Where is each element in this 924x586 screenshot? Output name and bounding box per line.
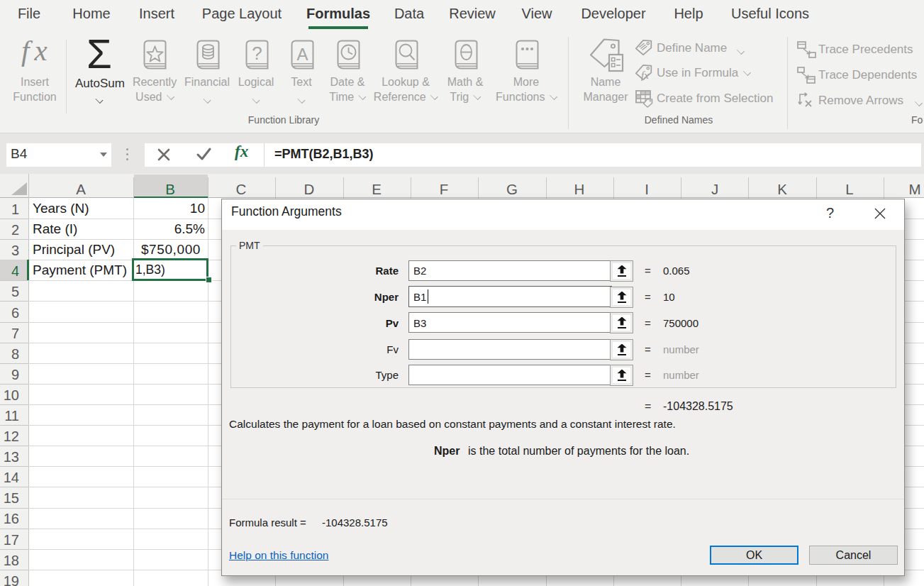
svg-text:fx: fx: [641, 70, 649, 81]
svg-text:A: A: [296, 45, 308, 64]
svg-text:?: ?: [252, 43, 262, 64]
